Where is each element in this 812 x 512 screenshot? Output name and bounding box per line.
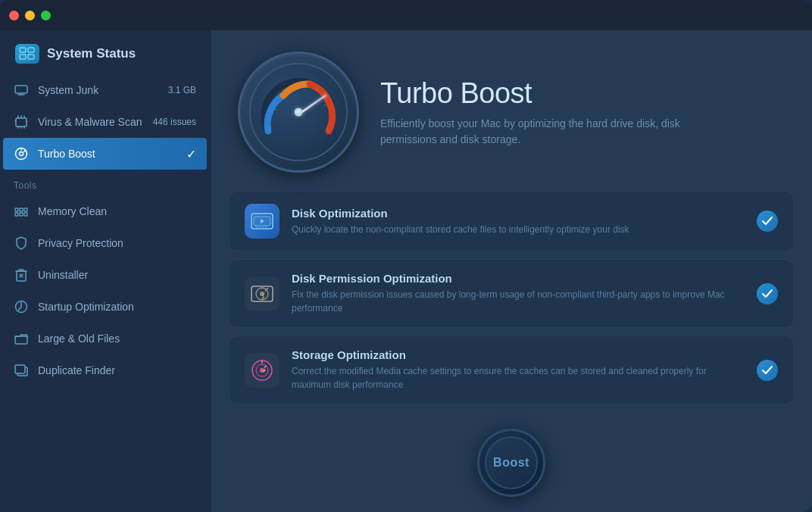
card-disk-perm-title: Disk Permission Optimization: [292, 272, 745, 285]
card-storage-opt-check: [757, 360, 778, 381]
privacy-protection-label: Privacy Protection: [38, 237, 123, 249]
turbo-boost-label: Turbo Boost: [38, 148, 95, 160]
gauge-inner: [249, 63, 348, 161]
app-icon: [15, 44, 39, 64]
card-disk-opt-text: Disk Optimization Quickly locate the non…: [292, 207, 745, 236]
card-disk-opt-check: [757, 211, 778, 232]
sidebar-item-privacy-protection[interactable]: Privacy Protection: [0, 227, 210, 259]
startup-icon: [14, 299, 29, 314]
sidebar-header: System Status: [0, 30, 210, 74]
disk-permission-icon: [245, 276, 280, 311]
card-disk-optimization[interactable]: Disk Optimization Quickly locate the non…: [229, 191, 794, 251]
maximize-button[interactable]: [41, 11, 51, 20]
svg-rect-23: [15, 213, 18, 216]
svg-rect-20: [15, 208, 18, 211]
startup-optimization-label: Startup Optimization: [38, 301, 134, 313]
card-storage-optimization[interactable]: Storage Optimization Correct the modifie…: [229, 336, 794, 404]
memory-clean-icon: [14, 204, 29, 219]
system-junk-icon: [14, 83, 29, 98]
svg-rect-7: [16, 118, 27, 126]
card-disk-opt-desc: Quickly locate the non-compliant stored …: [292, 223, 745, 236]
virus-scan-label: Virus & Malware Scan: [38, 116, 142, 128]
svg-rect-0: [20, 48, 26, 52]
card-disk-perm-desc: Fix the disk permission issues caused by…: [292, 288, 745, 315]
svg-rect-3: [28, 55, 34, 59]
svg-rect-25: [24, 213, 27, 216]
sidebar: System Status System Junk 3.1 GB: [0, 30, 211, 512]
virus-scan-badge: 446 issues: [153, 117, 196, 127]
svg-point-17: [20, 152, 23, 156]
uninstaller-icon: [14, 267, 29, 283]
sidebar-title: System Status: [47, 46, 136, 61]
boost-button-label: Boost: [485, 436, 538, 489]
turbo-boost-icon: [14, 146, 29, 161]
memory-clean-label: Memory Clean: [38, 205, 107, 217]
virus-scan-icon: [14, 114, 29, 130]
minimize-button[interactable]: [25, 11, 35, 20]
page-description: Efficiently boost your Mac by optimizing…: [380, 116, 698, 148]
svg-rect-33: [15, 336, 27, 344]
large-old-files-label: Large & Old Files: [38, 332, 120, 345]
svg-rect-24: [20, 213, 23, 216]
svg-rect-4: [15, 86, 27, 93]
boost-button[interactable]: Boost: [477, 429, 545, 497]
svg-rect-1: [20, 55, 26, 59]
gauge-outer: [238, 52, 359, 173]
gauge-container: [238, 52, 359, 173]
duplicate-finder-label: Duplicate Finder: [38, 364, 115, 376]
storage-optimization-icon: [245, 353, 280, 388]
main-header: Turbo Boost Efficiently boost your Mac b…: [211, 30, 812, 191]
system-junk-label: System Junk: [38, 84, 98, 96]
app-container: System Status System Junk 3.1 GB: [0, 30, 812, 512]
disk-optimization-icon: [245, 204, 280, 239]
tools-section-label: Tools: [0, 170, 210, 195]
turbo-boost-checkmark: ✓: [186, 147, 196, 161]
close-button[interactable]: [9, 11, 19, 20]
large-old-files-icon: [14, 331, 29, 346]
card-storage-opt-title: Storage Optimization: [292, 348, 745, 361]
card-storage-opt-text: Storage Optimization Correct the modifie…: [292, 348, 745, 392]
sidebar-item-turbo-boost[interactable]: Turbo Boost ✓: [3, 138, 207, 170]
duplicate-finder-icon: [14, 363, 29, 378]
card-storage-opt-desc: Correct the modified Media cache setting…: [292, 364, 745, 392]
sidebar-item-system-junk[interactable]: System Junk 3.1 GB: [0, 74, 210, 106]
sidebar-item-startup-optimization[interactable]: Startup Optimization: [0, 291, 210, 323]
main-content: Turbo Boost Efficiently boost your Mac b…: [211, 30, 812, 512]
sidebar-nav: System Junk 3.1 GB: [0, 74, 210, 512]
gauge-center-dot: [295, 108, 303, 117]
sidebar-item-large-old-files[interactable]: Large & Old Files: [0, 323, 210, 354]
card-disk-perm-check: [757, 283, 778, 304]
svg-rect-22: [24, 208, 27, 211]
system-junk-badge: 3.1 GB: [168, 85, 196, 95]
svg-rect-35: [15, 365, 25, 373]
sidebar-item-memory-clean[interactable]: Memory Clean: [0, 195, 210, 227]
card-disk-opt-title: Disk Optimization: [292, 207, 745, 220]
card-disk-permission[interactable]: Disk Permission Optimization Fix the dis…: [229, 259, 794, 328]
title-bar: [0, 0, 812, 30]
header-info: Turbo Boost Efficiently boost your Mac b…: [380, 77, 785, 148]
card-disk-perm-text: Disk Permission Optimization Fix the dis…: [292, 272, 745, 315]
privacy-protection-icon: [14, 236, 29, 251]
svg-line-19: [24, 151, 26, 152]
svg-rect-2: [28, 48, 34, 52]
gauge-needle: [298, 94, 326, 114]
boost-section: Boost: [211, 415, 812, 512]
page-title: Turbo Boost: [380, 77, 785, 110]
cards-section: Disk Optimization Quickly locate the non…: [211, 191, 812, 415]
uninstaller-label: Uninstaller: [38, 269, 88, 281]
sidebar-item-uninstaller[interactable]: Uninstaller: [0, 259, 210, 291]
sidebar-item-virus-scan[interactable]: Virus & Malware Scan 446 issues: [0, 106, 210, 138]
sidebar-item-duplicate-finder[interactable]: Duplicate Finder: [0, 354, 210, 386]
svg-rect-21: [20, 208, 23, 211]
